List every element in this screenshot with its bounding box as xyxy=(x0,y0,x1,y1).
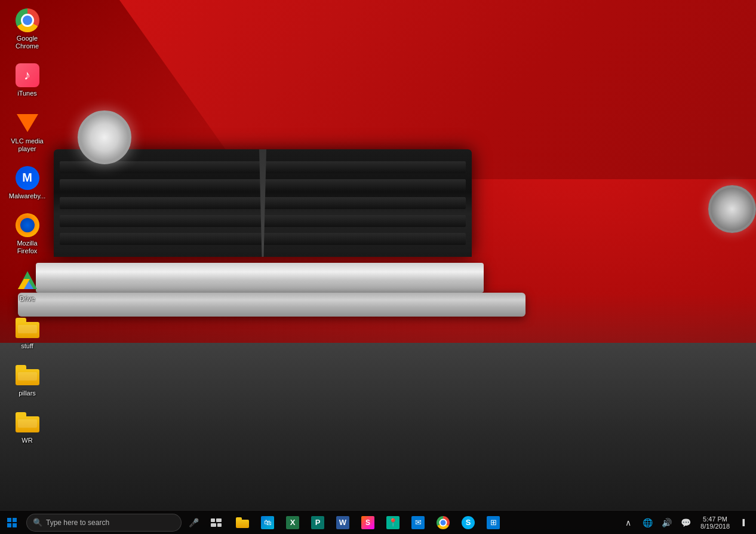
tray-show-desktop[interactable]: ▌ xyxy=(736,514,754,532)
car-headlight-left xyxy=(78,111,131,164)
desktop: Google Chrome ♪ iTunes VLC media player … xyxy=(0,0,756,534)
svg-rect-6 xyxy=(217,523,222,527)
tray-time: 5:47 PM xyxy=(703,515,727,523)
tray-network[interactable]: 🌐 xyxy=(638,514,656,532)
desktop-icon-firefox[interactable]: Mozilla Firefox xyxy=(5,210,50,259)
voice-search-button[interactable]: 🎤 xyxy=(184,513,203,532)
svg-rect-5 xyxy=(211,523,216,527)
itunes-label: iTunes xyxy=(17,90,37,97)
taskbar-app-file-explorer[interactable] xyxy=(231,511,254,535)
pillars-icon-img xyxy=(16,363,39,387)
network-icon: 🌐 xyxy=(643,518,653,527)
malware-icon-img: M xyxy=(16,166,39,190)
vlc-icon xyxy=(16,111,39,135)
scratch-logo: S xyxy=(361,516,374,529)
scratch-icon: S xyxy=(361,515,375,530)
car-headlight-right xyxy=(708,185,756,233)
vlc-label: VLC media player xyxy=(7,137,47,153)
drive-icon-img xyxy=(16,269,39,293)
tray-volume[interactable]: 🔊 xyxy=(657,514,675,532)
taskbar-app-word[interactable]: W xyxy=(331,511,355,535)
chrome-icon-img xyxy=(16,8,39,32)
task-view-button[interactable] xyxy=(204,511,228,535)
desktop-icon-malwarebytes[interactable]: M Malwareby... xyxy=(5,162,50,204)
car-grille xyxy=(54,149,472,257)
show-desktop-icon: ▌ xyxy=(742,519,746,526)
publisher-logo: P xyxy=(311,516,324,529)
desktop-icon-chrome[interactable]: Google Chrome xyxy=(5,5,50,54)
stuff-icon-img xyxy=(16,316,39,340)
wr-label: WR xyxy=(21,437,32,444)
desktop-icon-drive[interactable]: Drive xyxy=(5,265,50,306)
taskbar-app-chrome[interactable] xyxy=(431,511,455,535)
search-icon: 🔍 xyxy=(33,518,42,527)
desktop-icon-wr[interactable]: WR xyxy=(5,407,50,448)
taskbar-app-extra[interactable]: ⊞ xyxy=(481,511,505,535)
itunes-icon: ♪ xyxy=(16,63,39,87)
tray-clock[interactable]: 5:47 PM 8/19/2018 xyxy=(696,511,735,535)
search-bar[interactable]: 🔍 Type here to search xyxy=(26,514,182,532)
chrome-label: Google Chrome xyxy=(7,35,47,50)
pillars-label: pillars xyxy=(19,389,36,397)
skype-icon: S xyxy=(461,515,475,530)
taskbar-app-maps[interactable]: 📍 xyxy=(381,511,405,535)
extra-app-logo: ⊞ xyxy=(487,516,500,529)
stuff-folder-icon xyxy=(16,318,39,338)
taskbar-apps: 🛍 X P W xyxy=(231,511,505,535)
excel-logo: X xyxy=(286,516,299,529)
desktop-icon-pillars[interactable]: pillars xyxy=(5,360,50,401)
mail-logo: ✉ xyxy=(411,516,425,529)
taskbar-chrome-icon xyxy=(436,515,450,530)
microphone-icon: 🎤 xyxy=(189,518,199,527)
task-view-icon xyxy=(211,518,222,527)
taskbar-app-skype[interactable]: S xyxy=(456,511,480,535)
tray-action-center[interactable]: 💬 xyxy=(677,514,694,532)
desktop-icon-vlc[interactable]: VLC media player xyxy=(5,108,50,156)
malware-label: Malwareby... xyxy=(9,192,46,200)
firefox-label: Mozilla Firefox xyxy=(7,240,47,255)
extra-app-icon: ⊞ xyxy=(486,515,500,530)
drive-label: Drive xyxy=(20,295,35,303)
windows-logo-icon xyxy=(7,518,17,527)
taskbar-app-store[interactable]: 🛍 xyxy=(256,511,279,535)
asphalt-bg xyxy=(0,343,756,510)
malware-icon: M xyxy=(16,166,39,190)
vlc-icon-img xyxy=(16,111,39,135)
store-icon: 🛍 xyxy=(260,515,275,530)
itunes-icon-img: ♪ xyxy=(16,63,39,87)
desktop-icons: Google Chrome ♪ iTunes VLC media player … xyxy=(0,0,54,453)
wr-folder-icon xyxy=(16,412,39,432)
tray-show-hidden[interactable]: ∧ xyxy=(619,514,637,532)
desktop-icon-itunes[interactable]: ♪ iTunes xyxy=(5,60,50,101)
wr-icon-img xyxy=(16,410,39,434)
car-bumper xyxy=(36,263,484,293)
firefox-icon-img xyxy=(16,213,39,237)
tray-date: 8/19/2018 xyxy=(700,523,730,530)
maps-icon: 📍 xyxy=(386,515,400,530)
volume-icon: 🔊 xyxy=(662,518,672,527)
action-center-icon: 💬 xyxy=(681,518,691,527)
taskbar-app-mail[interactable]: ✉ xyxy=(406,511,430,535)
taskbar-app-excel[interactable]: X xyxy=(281,511,305,535)
chevron-up-icon: ∧ xyxy=(625,518,631,527)
file-explorer-icon xyxy=(235,515,250,530)
chrome-logo xyxy=(437,516,450,529)
pillars-folder-icon xyxy=(16,365,39,385)
skype-logo: S xyxy=(462,516,475,529)
svg-rect-4 xyxy=(216,518,222,522)
svg-rect-3 xyxy=(211,518,215,522)
taskbar-app-scratch[interactable]: S xyxy=(356,511,380,535)
drive-icon xyxy=(16,269,39,293)
excel-icon: X xyxy=(285,515,300,530)
car-bumper-lower xyxy=(18,293,525,317)
search-placeholder: Type here to search xyxy=(46,518,109,527)
system-tray: ∧ 🌐 🔊 💬 5:47 PM 8/19/2018 ▌ xyxy=(619,511,756,535)
desktop-icon-stuff[interactable]: stuff xyxy=(5,312,50,354)
vlc-cone xyxy=(17,114,38,132)
word-logo: W xyxy=(336,516,349,529)
mail-icon: ✉ xyxy=(411,515,425,530)
start-button[interactable] xyxy=(0,511,24,535)
firefox-icon xyxy=(16,213,39,237)
taskbar-app-publisher[interactable]: P xyxy=(306,511,330,535)
chrome-icon xyxy=(16,8,39,32)
